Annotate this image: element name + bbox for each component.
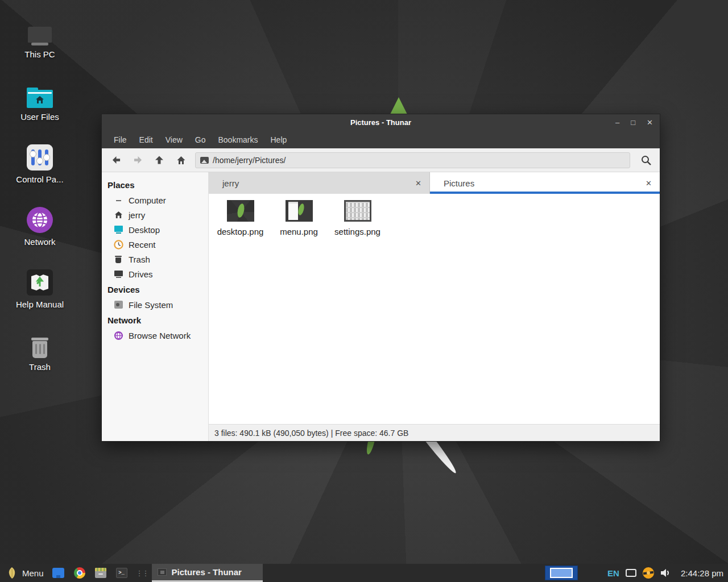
sidebar-item-label: jerry	[129, 210, 145, 220]
terminal-launcher[interactable]: >_	[115, 566, 129, 580]
sidebar-item-jerry[interactable]: jerry	[102, 207, 208, 222]
mint-logo-fragment-top	[390, 97, 407, 114]
window-mini-icon	[158, 568, 167, 576]
desktop-screen: This PC User Files Control Pa...	[0, 0, 728, 582]
task-button-thunar[interactable]: Pictures - Thunar	[152, 564, 263, 582]
clock[interactable]: 2:44:28 pm	[681, 568, 723, 578]
back-arrow-icon	[111, 156, 121, 164]
menu-help[interactable]: Help	[264, 132, 293, 147]
computer-icon	[113, 195, 123, 205]
file-name: settings.png	[334, 227, 380, 236]
tab-jerry[interactable]: jerry ✕	[209, 172, 430, 194]
titlebar[interactable]: Pictures - Thunar – □ ✕	[102, 114, 660, 131]
display-tray-icon[interactable]	[626, 569, 636, 577]
file-manager-launcher[interactable]	[94, 566, 107, 580]
maximize-button[interactable]: □	[631, 119, 635, 126]
drives-icon	[113, 269, 123, 279]
volume-icon[interactable]	[660, 568, 671, 577]
desktop-icon-this-pc[interactable]: This PC	[6, 15, 74, 59]
home-folder-icon	[27, 77, 53, 108]
file-menu-png[interactable]: menu.png	[270, 200, 328, 236]
pictures-folder-icon	[200, 157, 209, 164]
close-button[interactable]: ✕	[647, 119, 653, 126]
menu-go[interactable]: Go	[189, 132, 212, 147]
toolbar: /home/jerry/Pictures/	[102, 148, 660, 172]
tab-pictures[interactable]: Pictures ✕	[430, 172, 660, 194]
desktop-icon	[113, 225, 123, 235]
globe-icon	[113, 330, 123, 340]
desktop-icon-trash[interactable]: Trash	[6, 327, 74, 372]
desktop-icon-label: Network	[24, 237, 55, 247]
system-tray: EN 2:44:28 pm	[607, 567, 723, 579]
desktop-icon-user-files[interactable]: User Files	[6, 77, 74, 122]
sidebar-header-devices: Devices	[102, 281, 208, 297]
sidebar-item-label: Trash	[129, 255, 150, 264]
browser-launcher[interactable]	[52, 566, 65, 580]
desktop-icon-label: This PC	[24, 49, 55, 59]
menu-edit[interactable]: Edit	[133, 132, 159, 147]
current-path: /home/jerry/Pictures/	[213, 156, 286, 165]
chrome-launcher[interactable]	[73, 566, 86, 580]
back-button[interactable]	[105, 151, 127, 170]
up-button[interactable]	[148, 151, 170, 170]
sidebar: Places Computer jerry Desktop Recent	[102, 172, 209, 441]
tab-label: Pictures	[430, 178, 474, 188]
clock-icon	[113, 239, 123, 250]
sidebar-item-computer[interactable]: Computer	[102, 193, 208, 207]
search-button[interactable]	[635, 151, 657, 170]
forward-button[interactable]	[127, 151, 148, 170]
file-cabinet-icon	[95, 568, 106, 578]
sidebar-item-recent[interactable]: Recent	[102, 237, 208, 252]
trash-icon	[113, 254, 123, 264]
minimize-button[interactable]: –	[615, 119, 619, 126]
desktop-icon-network[interactable]: Network	[6, 202, 74, 247]
sidebar-item-label: Drives	[129, 269, 153, 279]
sidebar-header-places: Places	[102, 177, 208, 193]
desktop-icon-control-panel[interactable]: Control Pa...	[6, 140, 74, 184]
menu-view[interactable]: View	[159, 132, 189, 147]
sidebar-item-desktop[interactable]: Desktop	[102, 222, 208, 237]
sidebar-header-network: Network	[102, 312, 208, 328]
path-bar[interactable]: /home/jerry/Pictures/	[195, 152, 630, 168]
tab-close-icon[interactable]: ✕	[646, 179, 652, 188]
menu-file[interactable]: File	[107, 132, 133, 147]
update-manager-icon[interactable]	[643, 567, 654, 579]
file-desktop-png[interactable]: desktop.png	[211, 200, 270, 236]
workspace-switcher[interactable]	[545, 566, 578, 580]
image-thumbnail	[227, 200, 254, 222]
sidebar-item-label: Browse Network	[129, 331, 191, 340]
file-name: desktop.png	[217, 227, 264, 236]
home-button[interactable]	[170, 151, 192, 170]
mint-menu-icon[interactable]	[7, 567, 17, 579]
desktop-icon-label: Help Manual	[16, 300, 64, 309]
desktop-icon-help-manual[interactable]: Help Manual	[6, 265, 74, 309]
forward-arrow-icon	[133, 156, 143, 164]
hard-drive-icon	[113, 300, 123, 310]
sidebar-item-file-system[interactable]: File System	[102, 297, 208, 312]
menu-button[interactable]: Menu	[22, 568, 44, 578]
trash-icon	[31, 327, 48, 358]
up-arrow-icon	[155, 155, 164, 165]
active-workspace	[550, 568, 573, 578]
chrome-icon	[74, 567, 85, 579]
thunar-window: Pictures - Thunar – □ ✕ File Edit View G…	[101, 114, 660, 442]
keyboard-layout-indicator[interactable]: EN	[607, 568, 619, 578]
sidebar-item-label: Computer	[129, 196, 166, 205]
tab-label: jerry	[209, 178, 239, 188]
desktop-icon-label: Trash	[29, 362, 51, 372]
sidebar-item-trash[interactable]: Trash	[102, 252, 208, 267]
desktop-icon-label: Control Pa...	[16, 174, 63, 184]
status-bar: 3 files: 490.1 kB (490,050 bytes) | Free…	[209, 424, 660, 441]
file-name: menu.png	[280, 227, 318, 236]
sidebar-item-drives[interactable]: Drives	[102, 267, 208, 281]
sidebar-item-label: Desktop	[129, 225, 160, 235]
menu-bookmarks[interactable]: Bookmarks	[212, 132, 264, 147]
search-icon	[640, 155, 652, 166]
computer-icon	[28, 15, 52, 45]
file-settings-png[interactable]: settings.png	[328, 200, 387, 236]
file-list[interactable]: desktop.png menu.png settings.png	[209, 194, 660, 424]
sidebar-item-label: File System	[129, 300, 173, 310]
sidebar-item-browse-network[interactable]: Browse Network	[102, 328, 208, 343]
tab-close-icon[interactable]: ✕	[415, 179, 421, 188]
control-panel-icon	[27, 140, 53, 171]
